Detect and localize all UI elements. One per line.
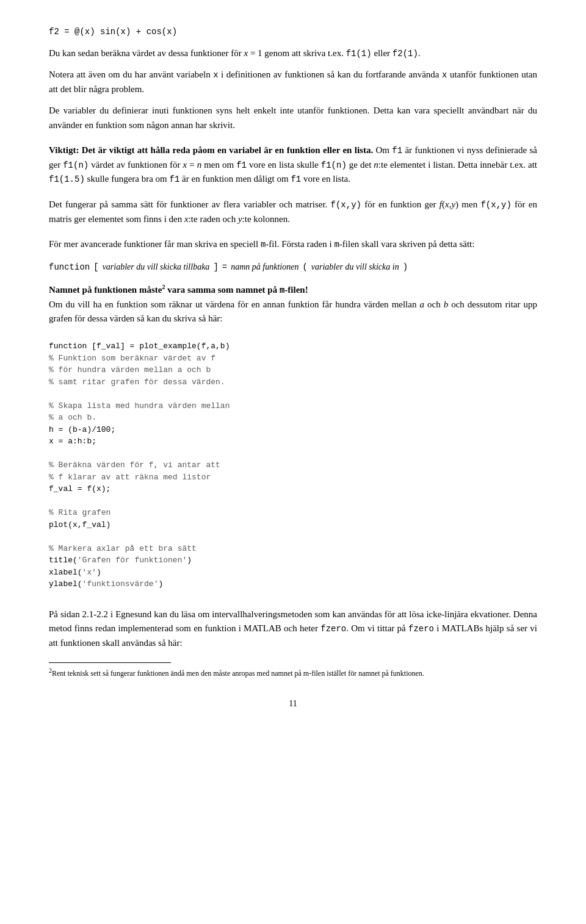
paragraph-4: Viktigt: Det är viktigt att hålla reda p… <box>49 143 537 187</box>
paragraph-3: De variabler du definierar inuti funktio… <box>49 104 537 132</box>
code-comment-9: % Markera axlar på ett bra sätt <box>49 544 197 553</box>
code-line-fval: f_val = f(x); <box>49 484 110 493</box>
code-comment-4: % Skapa lista med hundra värden mellan <box>49 401 230 410</box>
paragraph-2: Notera att även om du har använt variabe… <box>49 68 537 96</box>
function-keyword: function <box>49 261 90 274</box>
input-vars-label: variabler du vill skicka in <box>311 260 399 274</box>
code-line-1: function [f_val] = plot_example(f,a,b) <box>49 342 230 351</box>
paren-close: ) <box>403 261 408 274</box>
code-line-ylabel: ylabel('funktionsvärde') <box>49 579 163 589</box>
code-line-title: title('Grafen för funktionen') <box>49 556 192 565</box>
paragraph-1: Du kan sedan beräkna värdet av dessa fun… <box>49 46 537 61</box>
code-comment-6: % Beräkna värden för f, vi antar att <box>49 460 220 470</box>
footnote: 2Rent teknisk sett så fungerar funktione… <box>49 667 537 679</box>
code-line-h: h = (b-a)/100; <box>49 425 115 434</box>
page-number: 11 <box>49 697 537 711</box>
code-comment-2: % för hundra värden mellan a och b <box>49 365 211 374</box>
code-comment-1: % Funktion som beräknar värdet av f <box>49 354 215 363</box>
function-syntax-display: function [ variabler du vill skicka till… <box>49 260 537 274</box>
code-line-x: x = a:h:b; <box>49 437 96 446</box>
code-line-plot: plot(x,f_val) <box>49 520 110 529</box>
paren-open: ( <box>302 261 307 274</box>
paragraph-8: På sidan 2.1-2.2 i Egnesund kan du läsa … <box>49 607 537 650</box>
equals-sign: = <box>222 261 227 274</box>
bracket-open: [ <box>93 261 98 274</box>
paragraph-5: Det fungerar på samma sätt för funktione… <box>49 198 537 226</box>
code-comment-7: % f klarar av att räkna med listor <box>49 473 211 482</box>
code-comment-5: % a och b. <box>49 413 96 422</box>
paragraph-6: För mer avancerade funktioner får man sk… <box>49 237 537 252</box>
formula-line: f2 = @(x) sin(x) + cos(x) <box>49 24 537 39</box>
code-block-example: function [f_val] = plot_example(f,a,b) %… <box>49 334 537 596</box>
page-content: f2 = @(x) sin(x) + cos(x) Du kan sedan b… <box>49 24 537 711</box>
code-comment-8: % Rita grafen <box>49 508 110 517</box>
paragraph-7: Namnet på funktionen måste2 vara samma s… <box>49 282 537 326</box>
code-comment-3: % samt ritar grafen för dessa värden. <box>49 378 225 387</box>
footnote-rule <box>49 662 171 663</box>
function-name-label: namn på funktionen <box>231 260 298 274</box>
bracket-close: ] <box>213 261 218 274</box>
return-vars-label: variabler du vill skicka tillbaka <box>103 260 210 274</box>
code-line-xlabel: xlabel('x') <box>49 568 101 577</box>
